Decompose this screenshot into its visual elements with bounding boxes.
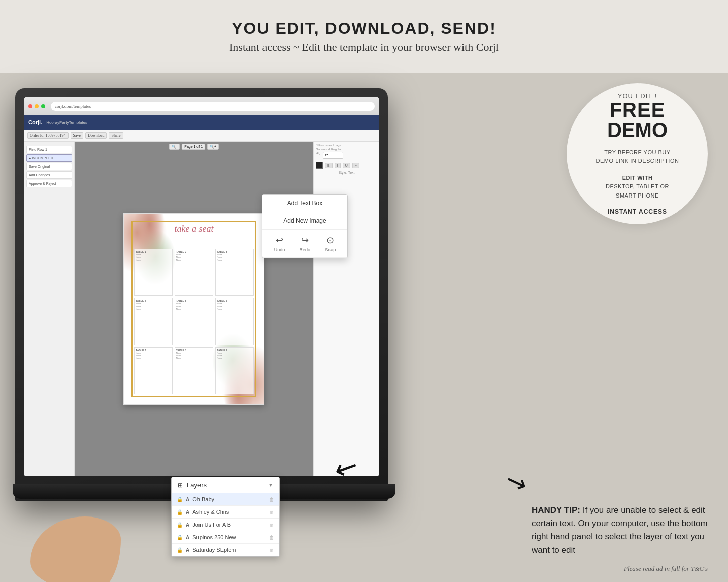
redo-tool[interactable]: ↪ Redo [299,235,310,252]
table-8: TABLE 8 NameNameName [175,347,214,394]
layers-item-label-4: Supinos 250 New [192,534,236,540]
layers-item-label-1: Oh Baby [192,496,214,502]
main-area: corjl.com/templates Corjl. HoorayPartyTe… [0,73,728,582]
demo-try-before: TRY BEFORE YOU BUY [604,148,670,157]
floating-tools: ↩ Undo ↪ Redo ⊙ Snap [262,230,347,258]
demo-free: FREE [610,100,666,120]
corjl-logo: Corjl. [28,119,42,125]
trash-icon-3[interactable]: 🗑 [269,522,274,528]
browser-chrome: corjl.com/templates [24,97,379,115]
corjl-nav: HoorayPartyTemplates [46,120,87,125]
layers-panel: ⊞ Layers ▼ 🔒 A Oh Baby 🗑 🔒 A Ashley & Ch… [171,477,280,557]
top-banner: YOU EDIT, DOWNLOAD, SEND! Instant access… [0,0,728,73]
style-text-label: Style: Text [316,171,377,174]
type-icon-3: A [186,522,189,528]
floating-editor-panel: Add Text Box Add New Image ↩ Undo ↪ Redo… [262,194,348,258]
hand-shape [30,516,121,582]
redo-icon: ↪ [301,235,309,246]
layers-title: Layers [187,481,207,489]
layers-item-oh-baby[interactable]: 🔒 A Oh Baby 🗑 [172,493,279,506]
layers-icon: ⊞ [178,482,183,489]
demo-smart-phone: SMART PHONE [616,191,659,201]
underline-btn[interactable]: U [343,163,350,168]
demo-devices: DESKTOP, TABLET OR [606,182,669,191]
lock-icon-1: 🔒 [177,497,183,502]
handy-tip-text: HANDY TIP: If you are unable to select &… [532,504,708,557]
headline: YOU EDIT, DOWNLOAD, SEND! [232,19,496,38]
trash-icon-2[interactable]: 🗑 [269,509,274,515]
layers-collapse-icon[interactable]: ▼ [268,482,273,488]
panel-item-3[interactable]: Add Changes [26,171,72,179]
undo-icon: ↩ [276,235,283,246]
minimize-dot [35,104,39,108]
table-7: TABLE 7 NameNameName [134,347,173,394]
type-icon-5: A [186,547,189,553]
corjl-header: Corjl. HoorayPartyTemplates [24,115,379,130]
handy-tip: HANDY TIP: If you are unable to select &… [532,504,708,557]
toolbar-btn-save[interactable]: Save [71,132,84,139]
seating-tables: TABLE 1 NameNameName TABLE 2 NameNameNam… [134,249,254,394]
layers-item-join[interactable]: 🔒 A Join Us For A B 🗑 [172,519,279,531]
panel-item-2[interactable]: Save Original [26,163,72,170]
add-text-box-button[interactable]: Add Text Box [262,195,347,212]
handy-tip-prefix: HANDY TIP: [532,505,583,515]
bold-btn[interactable]: B [325,163,333,168]
snap-tool[interactable]: ⊙ Snap [325,235,336,252]
trash-icon-5[interactable]: 🗑 [269,547,274,553]
laptop-screen: corjl.com/templates Corjl. HoorayPartyTe… [24,97,379,476]
lock-icon-3: 🔒 [177,522,183,528]
undo-tool[interactable]: ↩ Undo [274,235,285,252]
layers-item-label-3: Join Us For A B [192,522,231,528]
url-bar[interactable]: corjl.com/templates [51,102,375,111]
undo-label: Undo [274,247,285,252]
layers-item-label-2: Ashley & Chris [192,509,229,515]
order-id: Order Id: 1509758194 [27,132,69,139]
redo-label: Redo [299,247,310,252]
align-btn[interactable]: ≡ [352,163,359,168]
snap-label: Snap [325,247,336,252]
resize-image-section: □ Resize as Image Garamond Regular Hlg: [316,144,377,159]
laptop-frame: corjl.com/templates Corjl. HoorayPartyTe… [15,88,388,501]
seating-title: take a seat [175,224,214,234]
table-9: TABLE 9 NameNameName [215,347,254,394]
layers-header[interactable]: ⊞ Layers ▼ [172,477,279,493]
layers-item-label-5: Saturday SEptem [192,547,236,553]
layers-item-ashley[interactable]: 🔒 A Ashley & Chris 🗑 [172,506,279,519]
snap-icon: ⊙ [326,235,334,246]
corjl-canvas: 🔍- Page 1 of 1 🔍+ take a seat [75,142,313,476]
table-3: TABLE 3 NameNameName [215,249,254,296]
trash-icon-1[interactable]: 🗑 [269,497,274,502]
lock-icon-2: 🔒 [177,509,183,515]
corjl-toolbar: Order Id: 1509758194 Save Download Share [24,130,379,142]
type-icon-2: A [186,509,189,515]
arrow-handy-tip: ↙ [501,465,531,499]
subline: Instant access ~ Edit the template in yo… [229,41,499,54]
lock-icon-5: 🔒 [177,547,183,553]
type-icon-1: A [186,497,189,502]
toolbar-btn-share[interactable]: Share [109,132,123,139]
italic-btn[interactable]: I [335,163,341,168]
panel-item-active[interactable]: ● INCOMPLETE [26,154,72,162]
table-1: TABLE 1 NameNameName [134,249,173,296]
height-input[interactable] [323,152,343,159]
panel-item-1[interactable]: Field Row 1 [26,146,72,153]
seating-chart: take a seat TABLE 1 NameNameName TABLE 2… [123,213,264,405]
panel-item-4[interactable]: Approve & Reject [26,180,72,187]
trash-icon-4[interactable]: 🗑 [269,535,274,540]
hand-area [15,501,156,582]
demo-demo: DEMO [607,120,668,140]
table-2: TABLE 2 NameNameName [175,249,214,296]
table-4: TABLE 4 NameNameName [134,298,173,345]
demo-instant-access: INSTANT ACCESS [608,208,667,215]
table-5: TABLE 5 NameNameName [175,298,214,345]
color-swatch[interactable] [316,162,323,169]
corjl-left-panel: Field Row 1 ● INCOMPLETE Save Original A… [24,142,75,476]
lock-icon-4: 🔒 [177,535,183,540]
corjl-body: Field Row 1 ● INCOMPLETE Save Original A… [24,142,379,476]
add-new-image-button[interactable]: Add New Image [262,212,347,230]
layers-item-supinos[interactable]: 🔒 A Supinos 250 New 🗑 [172,531,279,544]
demo-edit-with: EDIT WITH [622,174,653,183]
toolbar-btn-download[interactable]: Download [85,132,107,139]
layers-item-saturday[interactable]: 🔒 A Saturday SEptem 🗑 [172,544,279,556]
close-dot [28,104,32,108]
